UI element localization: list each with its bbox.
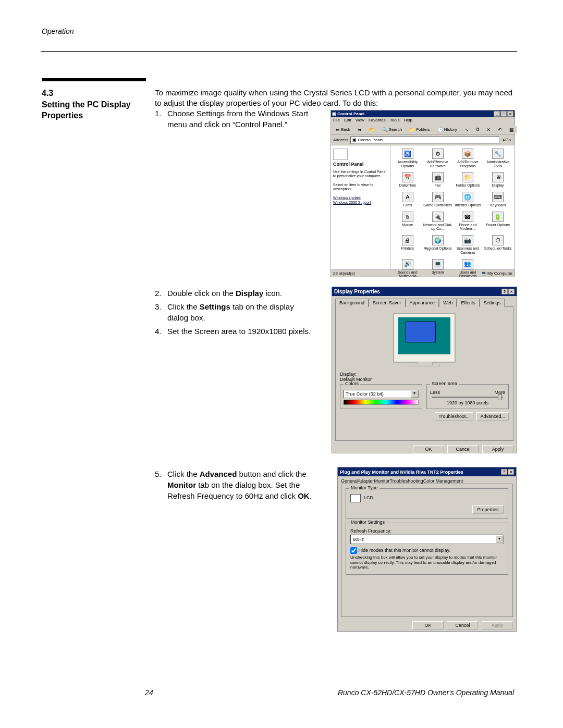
text: . bbox=[310, 491, 312, 500]
control-panel-icon bbox=[333, 149, 348, 160]
minimize-button[interactable]: _ bbox=[494, 111, 500, 117]
tab-appearance[interactable]: Appearance bbox=[406, 299, 439, 307]
help-button[interactable]: ? bbox=[501, 469, 507, 475]
label: Go bbox=[505, 138, 511, 142]
cp-icon-display[interactable]: 🖥Display bbox=[483, 172, 512, 188]
forward-button[interactable]: ➡ bbox=[355, 126, 364, 133]
app-icon: 💻 bbox=[432, 259, 444, 269]
menu-help[interactable]: Help bbox=[403, 118, 412, 124]
go-button[interactable]: ▸Go bbox=[501, 137, 512, 143]
close-button[interactable]: × bbox=[507, 111, 513, 117]
folder-icon: ▣ bbox=[352, 138, 357, 142]
menu-file[interactable]: File bbox=[333, 118, 340, 124]
label: Folders bbox=[416, 127, 430, 132]
app-icon: 🎮 bbox=[432, 192, 444, 202]
close-button[interactable]: × bbox=[508, 469, 514, 475]
window-titlebar[interactable]: ▣ Control Panel _ □ × bbox=[331, 110, 515, 117]
undo-button[interactable]: ↶ bbox=[495, 126, 505, 133]
cp-icon-mouse[interactable]: 🖱Mouse bbox=[393, 212, 422, 231]
cp-icon-add-remove-programs[interactable]: 📦Add/Remove Programs bbox=[454, 149, 483, 168]
slider-thumb[interactable] bbox=[498, 394, 502, 400]
dialog-titlebar[interactable]: Display Properties ? × bbox=[332, 287, 517, 296]
cp-icon-keyboard[interactable]: ⌨Keyboard bbox=[483, 192, 512, 207]
cp-icon-scheduled-tasks[interactable]: ⏱Scheduled Tasks bbox=[483, 235, 512, 254]
menu-favorites[interactable]: Favorites bbox=[369, 118, 386, 124]
ok-button[interactable]: OK bbox=[412, 621, 444, 630]
cp-icon-fax[interactable]: 📠Fax bbox=[423, 172, 452, 188]
tab-effects[interactable]: Effects bbox=[457, 299, 479, 307]
cp-icon-sounds-and-multimedia[interactable]: 🔊Sounds and Multimedia bbox=[393, 259, 422, 278]
apply-button[interactable]: Apply bbox=[482, 445, 513, 453]
text: Click the bbox=[167, 470, 200, 478]
back-button[interactable]: ⬅Back bbox=[333, 126, 353, 133]
resolution-slider[interactable] bbox=[432, 397, 503, 398]
folders-button[interactable]: 📁Folders bbox=[407, 126, 433, 133]
cancel-button[interactable]: Cancel bbox=[447, 445, 479, 453]
dialog-titlebar[interactable]: Plug and Play Monitor and NVidia Riva TN… bbox=[338, 467, 516, 476]
tab-settings[interactable]: Settings bbox=[480, 299, 505, 307]
properties-button[interactable]: Properties bbox=[472, 505, 504, 514]
cp-icon-scanners-and-cameras[interactable]: 📷Scanners and Cameras bbox=[454, 235, 483, 254]
maximize-button[interactable]: □ bbox=[500, 111, 507, 117]
text: icon. bbox=[263, 289, 282, 298]
section-bar bbox=[42, 78, 146, 81]
tab-monitor[interactable]: Monitor bbox=[374, 478, 390, 484]
history-button[interactable]: 🕓History bbox=[435, 126, 460, 133]
cancel-button[interactable]: Cancel bbox=[447, 621, 478, 630]
cp-icon-regional-options[interactable]: 🌍Regional Options bbox=[423, 235, 452, 254]
bold: OK bbox=[298, 491, 310, 500]
ok-button[interactable]: OK bbox=[413, 445, 444, 453]
up-button[interactable]: 📂 bbox=[366, 126, 377, 133]
delete-button[interactable]: ✕ bbox=[484, 126, 493, 133]
hide-modes-checkbox[interactable]: Hide modes that this monitor cannot disp… bbox=[350, 547, 504, 554]
menu-view[interactable]: View bbox=[356, 118, 364, 124]
link-windows-update[interactable]: Windows Update bbox=[333, 196, 388, 200]
address-input[interactable]: ▣ Control Panel bbox=[350, 137, 499, 144]
tab-color-management[interactable]: Color Management bbox=[423, 478, 463, 484]
cp-icon-date-time[interactable]: 📅Date/Time bbox=[393, 172, 422, 188]
apply-button[interactable]: Apply bbox=[482, 621, 513, 630]
tab-web[interactable]: Web bbox=[439, 299, 457, 307]
cp-icon-game-controllers[interactable]: 🎮Game Controllers bbox=[423, 192, 452, 207]
header-rule bbox=[41, 51, 517, 52]
troubleshoot-button[interactable]: Troubleshoot... bbox=[435, 412, 473, 421]
tab-background[interactable]: Background bbox=[335, 299, 369, 307]
tab-screen-saver[interactable]: Screen Saver bbox=[369, 299, 406, 307]
move-to-button[interactable]: ↘ bbox=[462, 126, 471, 133]
link-windows-2000-support[interactable]: Windows 2000 Support bbox=[333, 201, 388, 204]
cp-icon-power-options[interactable]: 🔋Power Options bbox=[483, 212, 512, 231]
color-depth-select[interactable]: True Color (32 bit) ▾ bbox=[344, 390, 419, 398]
cp-icon-phone-and-modem[interactable]: ☎Phone and Modem ... bbox=[454, 212, 483, 231]
menu-tools[interactable]: Tools bbox=[390, 118, 400, 124]
page-footer: 24 Runco CX-52HD/CX-57HD Owner's Operati… bbox=[42, 688, 514, 697]
icon-label: Game Controllers bbox=[423, 203, 452, 207]
cp-icon-internet-options[interactable]: 🌐Internet Options bbox=[454, 192, 483, 207]
screen-area-legend: Screen area bbox=[430, 381, 459, 386]
cp-icon-fonts[interactable]: AFonts bbox=[393, 192, 422, 207]
tab-adapter[interactable]: Adapter bbox=[358, 478, 374, 484]
cp-icon-printers[interactable]: 🖨Printers bbox=[393, 235, 422, 254]
cp-icon-add-remove-hardware[interactable]: ⚙Add/Remove Hardware bbox=[423, 149, 452, 168]
cp-icon-accessibility-options[interactable]: ♿Accessibility Options bbox=[393, 149, 422, 168]
help-button[interactable]: ? bbox=[501, 289, 508, 294]
bold: Settings bbox=[200, 302, 230, 311]
tab-general[interactable]: General bbox=[341, 478, 358, 484]
search-button[interactable]: 🔍Search bbox=[380, 126, 405, 133]
checkbox-input[interactable] bbox=[350, 547, 357, 554]
close-button[interactable]: × bbox=[508, 289, 515, 294]
tab-troubleshooting[interactable]: Troubleshooting bbox=[390, 478, 423, 484]
advanced-button[interactable]: Advanced... bbox=[476, 412, 509, 421]
views-button[interactable]: ▦ bbox=[507, 126, 517, 133]
step-5: Click the Advanced button and click the … bbox=[155, 468, 316, 501]
copy-to-button[interactable]: ⧉ bbox=[473, 126, 482, 133]
menu-edit[interactable]: Edit bbox=[344, 118, 351, 124]
cp-icon-administrative-tools[interactable]: 🔧Administrative Tools bbox=[483, 149, 512, 168]
cp-icon-system[interactable]: 💻System bbox=[423, 259, 452, 278]
cp-icon-network-and-dial-up-co[interactable]: 🔌Network and Dial-up Co... bbox=[423, 212, 452, 231]
cp-icon-folder-options[interactable]: 📁Folder Options bbox=[454, 172, 483, 188]
cp-icon-users-and-passwords[interactable]: 👥Users and Passwords bbox=[454, 259, 483, 278]
refresh-frequency-select[interactable]: 60Hz ▾ bbox=[350, 535, 504, 544]
tab-panel: Display: Default Monitor Colors True Col… bbox=[335, 306, 513, 441]
copy-to-icon: ⧉ bbox=[476, 127, 479, 132]
step-1: Choose Settings from the Windows Start m… bbox=[155, 108, 311, 130]
